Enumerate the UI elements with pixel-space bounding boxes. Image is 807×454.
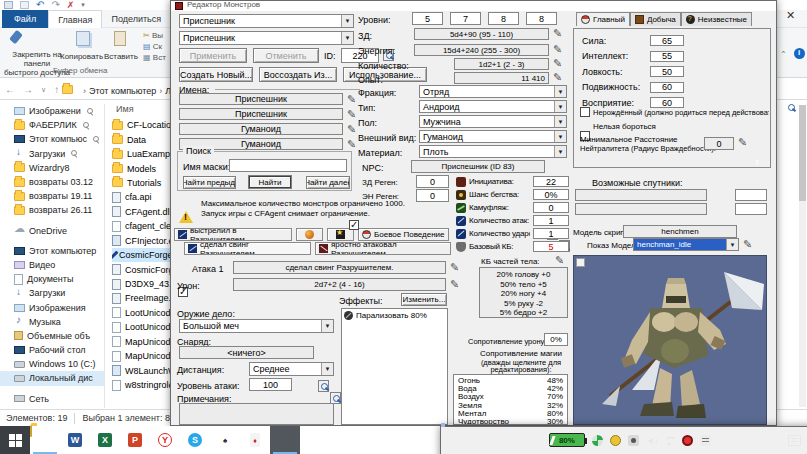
sidebar-item[interactable]: Wizardry8 — [0, 161, 104, 175]
damage-resist-field[interactable]: 0% — [544, 333, 568, 346]
right-tab[interactable]: Добыча — [630, 12, 681, 26]
taskbar-app[interactable]: P — [120, 426, 150, 454]
stat-field[interactable]: 60 — [650, 97, 684, 108]
chevron-down-icon[interactable]: ▼ — [341, 15, 353, 27]
faction-combo[interactable]: Отряд▼ — [419, 85, 567, 98]
type-combo[interactable]: Андроид▼ — [419, 100, 567, 113]
chevron-down-icon[interactable]: ▼ — [554, 146, 566, 157]
notes-textarea[interactable] — [179, 403, 334, 425]
breadcrumb[interactable]: ›Этот компьютер›Лок — [80, 86, 180, 96]
paste-shortcut-button[interactable]: ▦ Вст — [143, 53, 166, 62]
sidebar-item[interactable]: Windows 10 (C:) — [0, 357, 104, 371]
npc-checkbox[interactable] — [349, 220, 359, 230]
taskbar-app[interactable] — [270, 426, 300, 454]
collapse-ribbon-icon[interactable]: ⌃ — [780, 50, 787, 59]
properties-icon[interactable] — [20, 1, 29, 9]
edit-pencil-icon[interactable]: ✎ — [743, 239, 752, 249]
copy-button[interactable]: Копировать — [60, 52, 103, 61]
file-row[interactable]: Models — [112, 161, 170, 175]
cut-button[interactable]: ✂ Вы — [143, 31, 166, 40]
edit-pencil-icon[interactable]: ✎ — [553, 28, 562, 38]
appearance-combo[interactable]: Гуманоид▼ — [419, 130, 567, 143]
wifi-icon[interactable] — [664, 435, 675, 446]
tray-notes-icon[interactable] — [700, 435, 711, 446]
ribbon-tab[interactable]: Главная — [48, 10, 102, 28]
taskbar-app[interactable]: W — [60, 426, 90, 454]
sidebar-item[interactable]: Музыка — [0, 315, 104, 329]
sidebar-item[interactable]: Этот компьюс — [0, 132, 104, 146]
edit-pencil-icon[interactable]: ✎ — [553, 72, 562, 82]
file-row[interactable]: Data — [112, 132, 170, 146]
ribbon-tab[interactable]: Файл — [2, 10, 48, 28]
combat-stat-field[interactable]: 22 — [533, 176, 569, 187]
find-prev-button[interactable]: Найти предыд. — [183, 176, 236, 189]
weapon-combo[interactable]: Большой меч▼ — [179, 319, 334, 333]
edit-pencil-icon[interactable]: ✎ — [347, 109, 356, 119]
model-viewer[interactable] — [573, 255, 767, 425]
taskbar-app[interactable] — [0, 426, 30, 454]
sidebar-item[interactable]: Изображения — [0, 300, 104, 314]
tray-coin-icon[interactable] — [610, 435, 621, 446]
chevron-down-icon[interactable]: ▼ — [321, 320, 333, 332]
recreate-from-button[interactable]: Воссоздать Из... — [259, 67, 337, 82]
scrollbar-thumb[interactable] — [799, 105, 806, 201]
tab-shot[interactable]: выстрелил в Разрушителем. — [174, 228, 292, 241]
create-new-button[interactable]: Создать Новый... — [179, 67, 253, 82]
mask-input[interactable] — [229, 159, 347, 172]
damage-field[interactable]: 2d7+2 (4 - 16) — [233, 278, 446, 291]
edit-pencil-icon[interactable]: ✎ — [450, 279, 459, 289]
magic-resist-listbox[interactable]: Огонь 48% Вода 42% Воздух 70% Земля 32% … — [453, 374, 568, 425]
delete-icon[interactable]: ✗ — [67, 1, 75, 9]
chevron-down-icon[interactable]: ▼ — [554, 101, 566, 112]
sidebar-item[interactable]: возвраты 03.12 — [0, 175, 104, 189]
file-row[interactable]: CFInjector.exe — [112, 234, 170, 248]
action-center-icon[interactable] — [788, 435, 801, 446]
taskbar-app[interactable]: S — [180, 426, 210, 454]
taskbar-app[interactable] — [30, 426, 60, 454]
sidebar-item[interactable]: Загрузки — [0, 286, 104, 300]
tray-camera-icon[interactable] — [628, 435, 639, 446]
npc-field[interactable]: Приспешник (ID 83) — [411, 160, 545, 173]
paste-button[interactable]: Вставить — [104, 52, 138, 61]
stat-field[interactable]: 65 — [650, 35, 684, 46]
viewer-corner-button[interactable] — [576, 258, 585, 267]
level-field[interactable]: 8 — [526, 12, 557, 25]
find-button[interactable]: Найти — [248, 175, 292, 189]
chevron-down-icon[interactable]: ▼ — [321, 363, 333, 375]
file-row[interactable]: MapUnicodeNa — [112, 335, 170, 349]
file-row[interactable]: W8LaunchWith — [112, 363, 170, 377]
material-combo[interactable]: Плоть▼ — [419, 145, 567, 158]
sidebar-item[interactable]: Изображени — [0, 104, 104, 118]
copy-path-button[interactable]: ▤ Ск — [143, 42, 166, 51]
taskbar-app[interactable]: ♠ — [210, 426, 240, 454]
sidebar-item[interactable]: Объемные объ — [0, 329, 104, 343]
forward-icon[interactable]: → — [23, 84, 33, 95]
level-field[interactable]: 7 — [450, 12, 481, 25]
file-row[interactable]: CosmicForgeUR — [112, 262, 170, 276]
companion-field-2[interactable] — [575, 203, 707, 215]
projectile-search-icon[interactable] — [318, 380, 329, 392]
back-icon[interactable]: ← — [5, 84, 15, 95]
help-icon[interactable] — [794, 48, 805, 59]
taskbar-app[interactable]: ♦ — [240, 426, 270, 454]
name-field[interactable]: Приспешник — [179, 108, 343, 120]
right-tab[interactable]: Неизвестные — [681, 12, 752, 26]
file-row[interactable]: LootUnicodeNa — [112, 320, 170, 334]
taskbar-app[interactable]: X — [90, 426, 120, 454]
unborn-checkbox[interactable] — [580, 107, 590, 117]
count-field[interactable]: 1d2+1 (2 - 3) — [454, 58, 549, 70]
chevron-down-icon[interactable]: ▼ — [554, 116, 566, 127]
sidebar-item[interactable]: Документы — [0, 272, 104, 286]
file-row[interactable]: cfagent_clean.lu — [112, 219, 170, 233]
energy-field[interactable]: 15d4+240 (255 - 300) — [414, 44, 549, 56]
combat-stat-field[interactable]: 1 — [533, 228, 569, 239]
attack1-field[interactable]: сделал свинг Разрушителем. — [233, 261, 446, 274]
edit-pencil-icon[interactable]: ✎ — [738, 137, 747, 147]
volume-icon[interactable] — [646, 435, 657, 446]
up-icon[interactable]: ↑ — [54, 84, 59, 95]
monster-select-combo-2[interactable]: Приспешник▼ — [179, 31, 354, 45]
file-row[interactable]: D3DX9_43.dll — [112, 277, 170, 291]
sidebar-item[interactable]: Видео — [0, 258, 104, 272]
sidebar-item[interactable]: Локальный дис — [0, 371, 104, 385]
edit-pencil-icon[interactable]: ✎ — [553, 58, 562, 68]
